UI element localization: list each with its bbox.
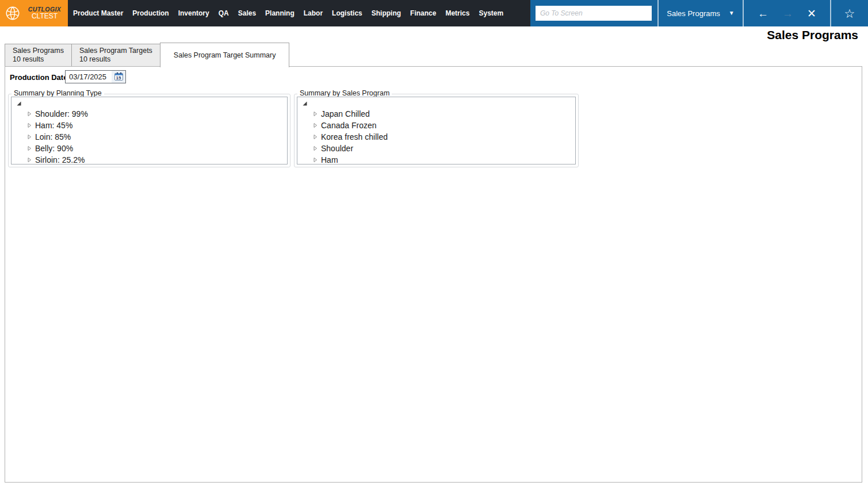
tree-root-node[interactable] [14,99,287,108]
production-date-picker: 15 [65,70,126,83]
tab-label: Sales Programs [13,47,64,55]
tree-collapse-icon[interactable] [302,101,308,106]
tree-root-node[interactable] [300,99,575,108]
tree-expand-icon[interactable] [26,134,32,140]
summary-by-planning-type-groupbox: Summary by Planning Type Shoulder: 99% H… [8,94,290,167]
back-arrow-icon[interactable]: ← [758,8,768,19]
tab-strip: Sales Programs 10 results Sales Program … [5,43,289,67]
top-navbar: CUTLOGIX CLTEST Product Master Productio… [0,0,868,26]
tree-item-label: Ham: 45% [35,121,72,130]
forward-arrow-icon[interactable]: → [782,8,793,19]
tree-expand-icon[interactable] [26,111,32,117]
tree-item[interactable]: Shoulder: 99% [14,108,287,120]
tree-expand-icon[interactable] [312,157,318,163]
close-icon[interactable]: ✕ [807,8,816,19]
nav-item-finance[interactable]: Finance [410,9,436,17]
page-title: Sales Programs [767,28,858,42]
brand-environment: CLTEST [32,13,58,21]
nav-item-planning[interactable]: Planning [265,9,295,17]
chevron-down-icon: ▼ [729,10,735,16]
tab-label: Sales Program Targets [79,47,152,55]
tree-item[interactable]: Shoulder [300,143,575,154]
navigation-controls: ← → ✕ [744,0,830,26]
nav-item-product-master[interactable]: Product Master [73,9,123,17]
tree-item-label: Shoulder [321,144,353,153]
tab-result-count: 10 results [79,55,152,64]
tree-expand-icon[interactable] [26,146,32,151]
tab-sales-programs[interactable]: Sales Programs 10 results [5,44,72,66]
tree-item-label: Ham [321,155,338,164]
production-date-input[interactable] [66,71,112,83]
tab-sales-program-targets[interactable]: Sales Program Targets 10 results [71,44,160,66]
tree-item[interactable]: Ham [300,154,575,164]
production-date-label: Production Date [10,73,67,82]
planning-type-tree: Shoulder: 99% Ham: 45% Loin: 85% Belly: … [11,97,288,164]
tree-item-label: Belly: 90% [35,144,73,153]
tree-item-label: Japan Chilled [321,109,370,118]
tree-item[interactable]: Belly: 90% [14,143,287,154]
tree-expand-icon[interactable] [26,123,32,128]
calendar-icon: 15 [114,73,123,81]
tree-item[interactable]: Loin: 85% [14,131,287,143]
tab-label: Sales Program Target Summary [174,51,276,60]
screen-selector-dropdown[interactable]: Sales Programs ▼ [659,0,743,26]
tree-item-label: Shoulder: 99% [35,109,88,118]
tab-content-panel: Production Date 15 Summary by Planning T… [5,66,862,483]
app-logo: CUTLOGIX CLTEST [0,0,68,26]
nav-item-sales[interactable]: Sales [238,9,256,17]
groupbox-caption: Summary by Sales Program [297,89,392,97]
tree-item-label: Loin: 85% [35,132,71,141]
nav-item-production[interactable]: Production [132,9,169,17]
tree-item[interactable]: Korea fresh chilled [300,131,575,143]
navbar-right-section: Sales Programs ▼ ← → ✕ ☆ [530,0,868,26]
go-to-screen-input[interactable] [536,6,652,21]
logo-icon [4,5,21,22]
tree-collapse-icon[interactable] [16,101,22,106]
tree-item[interactable]: Sirloin: 25.2% [14,154,287,164]
screen-selector-value: Sales Programs [667,9,720,18]
tree-item-label: Canada Frozen [321,121,377,130]
nav-item-metrics[interactable]: Metrics [445,9,469,17]
nav-item-qa[interactable]: QA [219,9,229,17]
tab-sales-program-target-summary[interactable]: Sales Program Target Summary [160,43,290,67]
main-menu: Product Master Production Inventory QA S… [73,0,503,26]
nav-item-system[interactable]: System [479,9,503,17]
groupbox-caption: Summary by Planning Type [12,89,104,97]
tree-item[interactable]: Ham: 45% [14,120,287,131]
nav-item-labor[interactable]: Labor [304,9,323,17]
tree-item[interactable]: Canada Frozen [300,120,575,131]
tab-result-count: 10 results [13,55,64,64]
calendar-button[interactable]: 15 [112,71,125,83]
tree-expand-icon[interactable] [312,134,318,140]
nav-item-shipping[interactable]: Shipping [372,9,401,17]
favorite-star-icon[interactable]: ☆ [844,7,855,20]
tree-expand-icon[interactable] [312,146,318,151]
tree-item-label: Korea fresh chilled [321,132,388,141]
calendar-day: 15 [115,76,123,81]
nav-item-logistics[interactable]: Logistics [332,9,362,17]
nav-item-inventory[interactable]: Inventory [178,9,209,17]
sales-program-tree: Japan Chilled Canada Frozen Korea fresh … [297,97,576,164]
tree-item-label: Sirloin: 25.2% [35,155,85,164]
tree-expand-icon[interactable] [312,111,318,117]
summary-by-sales-program-groupbox: Summary by Sales Program Japan Chilled C… [294,94,579,167]
tree-item[interactable]: Japan Chilled [300,108,575,120]
tree-expand-icon[interactable] [312,123,318,128]
tree-expand-icon[interactable] [26,157,32,163]
